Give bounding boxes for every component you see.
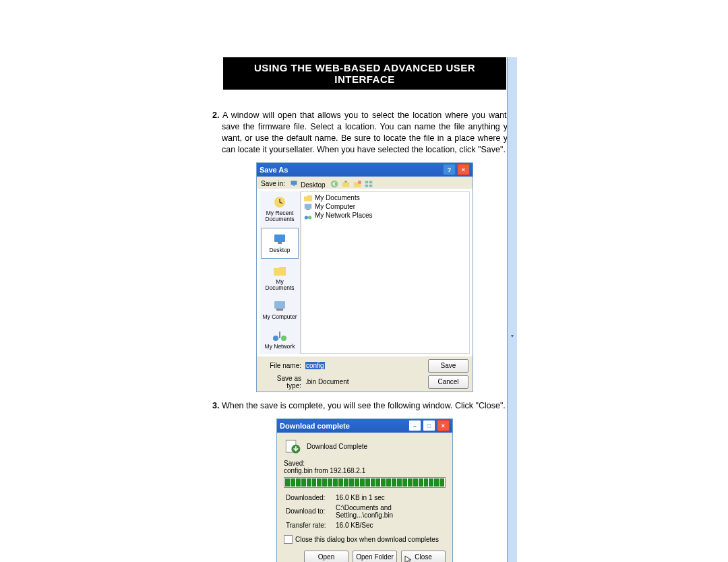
help-icon[interactable]: ? xyxy=(443,164,456,175)
progress-bar xyxy=(284,477,446,488)
svg-point-2 xyxy=(330,180,338,187)
mynet-icon xyxy=(272,329,288,342)
dialog-title: Download complete xyxy=(280,422,408,430)
open-button[interactable]: Open xyxy=(304,551,348,562)
svg-rect-12 xyxy=(278,242,282,244)
file-list[interactable]: My DocumentsMy ComputerMy Network Places xyxy=(301,191,470,354)
svg-rect-14 xyxy=(276,309,283,311)
table-row: Download to:C:\Documents and Setting...\… xyxy=(285,503,444,520)
cancel-button[interactable]: Cancel xyxy=(428,375,468,389)
filename-value: config xyxy=(305,362,325,369)
svg-rect-17 xyxy=(279,332,280,338)
svg-rect-11 xyxy=(274,235,285,242)
computer-icon xyxy=(303,203,313,211)
list-item[interactable]: My Computer xyxy=(303,203,467,211)
svg-rect-6 xyxy=(365,181,367,183)
filename-input[interactable]: config ▾ xyxy=(305,362,424,369)
maximize-icon[interactable]: □ xyxy=(423,420,435,431)
download-info-table: Downloaded:16.0 KB in 1 secDownload to:C… xyxy=(284,492,446,531)
places-bar: My Recent DocumentsDesktopMy DocumentsMy… xyxy=(260,191,301,354)
step-3-num: 3. xyxy=(212,401,219,410)
save-in-label: Save in: xyxy=(261,180,285,187)
place-mynet[interactable]: My Network xyxy=(260,325,300,354)
dl-heading: Download Complete xyxy=(307,443,367,450)
open-folder-button[interactable]: Open Folder xyxy=(353,551,397,562)
svg-rect-13 xyxy=(274,301,285,309)
download-complete-dialog: Download complete – □ × Download Complet… xyxy=(276,418,453,562)
step-2-body: A window will open that allows you to se… xyxy=(222,111,517,154)
titlebar: Save As ? × xyxy=(257,163,473,177)
saveastype-label: Save as type: xyxy=(261,375,301,389)
svg-rect-0 xyxy=(291,181,297,185)
close-when-done-checkbox[interactable] xyxy=(284,535,293,544)
place-mydocs[interactable]: My Documents xyxy=(260,260,300,296)
close-button[interactable]: Close xyxy=(401,551,446,562)
minimize-icon[interactable]: – xyxy=(408,420,421,431)
saved-label: Saved: xyxy=(284,460,446,467)
dialog-title: Save As xyxy=(260,166,443,174)
step-2-text: 2. A window will open that allows you to… xyxy=(222,110,517,156)
svg-point-21 xyxy=(308,216,311,219)
place-mycomp[interactable]: My Computer xyxy=(260,295,300,324)
saved-value: config.bin from 192.168.2.1 xyxy=(284,467,446,474)
svg-point-15 xyxy=(273,336,278,341)
views-icon[interactable] xyxy=(364,179,373,189)
svg-rect-7 xyxy=(369,181,371,183)
svg-rect-8 xyxy=(365,184,367,187)
list-item[interactable]: My Documents xyxy=(303,194,467,202)
back-icon[interactable] xyxy=(330,179,339,189)
svg-rect-1 xyxy=(293,185,295,186)
svg-point-16 xyxy=(281,336,286,341)
svg-rect-9 xyxy=(369,184,371,187)
desktop-icon xyxy=(289,179,299,187)
mycomp-icon xyxy=(272,299,288,313)
table-row: Transfer rate:16.0 KB/Sec xyxy=(285,521,444,530)
download-icon xyxy=(284,438,301,456)
save-button[interactable]: Save xyxy=(428,359,468,373)
close-when-done-label: Close this dialog box when download comp… xyxy=(295,536,439,543)
step-2-num: 2. xyxy=(212,111,219,120)
list-item[interactable]: My Network Places xyxy=(303,212,467,220)
section-heading: USING THE WEB-BASED ADVANCED USER INTERF… xyxy=(223,57,506,90)
filename-label: File name: xyxy=(261,362,301,369)
titlebar: Download complete – □ × xyxy=(277,419,452,433)
close-icon[interactable]: × xyxy=(457,164,470,175)
svg-rect-3 xyxy=(342,182,349,187)
svg-point-20 xyxy=(305,216,308,219)
save-in-dropdown[interactable]: Desktop ▾ xyxy=(289,179,325,189)
saveastype-value: .bin Document xyxy=(305,378,348,385)
save-as-dialog: Save As ? × Save in: Desktop ▾ My Recent… xyxy=(256,162,473,392)
place-recent[interactable]: My Recent Documents xyxy=(260,191,300,227)
newfolder-icon[interactable] xyxy=(353,179,362,189)
svg-rect-18 xyxy=(305,204,312,208)
step-3-text: 3. When the save is complete, you will s… xyxy=(212,400,517,412)
saveastype-dropdown[interactable]: .bin Document ▾ xyxy=(305,378,424,385)
save-in-value: Desktop xyxy=(301,181,326,189)
svg-point-5 xyxy=(357,180,361,183)
place-desktop[interactable]: Desktop xyxy=(261,228,299,258)
folder-icon xyxy=(303,194,313,202)
chevron-down-icon[interactable]: ▾ xyxy=(507,57,517,562)
close-icon[interactable]: × xyxy=(437,420,450,431)
recent-icon xyxy=(272,195,288,209)
network-icon xyxy=(303,212,313,220)
desktop-icon xyxy=(272,232,288,246)
table-row: Downloaded:16.0 KB in 1 sec xyxy=(285,493,444,502)
up-icon[interactable] xyxy=(341,179,351,189)
svg-rect-19 xyxy=(306,208,309,210)
step-3-body: When the save is complete, you will see … xyxy=(222,401,506,410)
mydocs-icon xyxy=(272,264,288,278)
cursor-icon xyxy=(404,555,413,562)
